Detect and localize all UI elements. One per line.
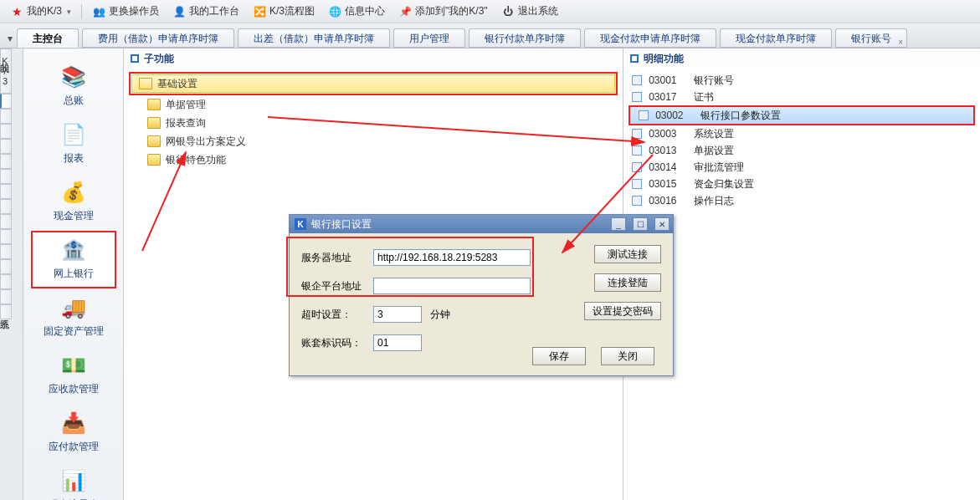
module-现金管理[interactable]: 💰现金管理 [32,174,115,230]
module-label: 总账 [64,94,84,108]
connect-login-button[interactable]: 连接登陆 [594,273,661,292]
tree-item-label: 银行特色功能 [166,153,226,167]
workbench-button[interactable]: 👤我的工作台 [167,3,244,20]
set-password-button[interactable]: 设置提交密码 [584,302,661,320]
vtab-集团合并[interactable]: 集团合并 [0,139,12,154]
star-icon: ★ [10,5,23,18]
vtab-人力资源[interactable]: 人力资源 [0,214,12,229]
tree-item-label: 单据管理 [166,98,206,112]
detail-item-label: 审批流管理 [694,161,744,175]
tab-现金付款单序时簿[interactable]: 现金付款单序时簿 [720,28,832,48]
detail-item-03016[interactable]: 03016操作日志 [623,192,980,209]
info-center-button[interactable]: 🌐信息中心 [323,3,390,20]
module-固定资产管理[interactable]: 🚚固定资产管理 [32,289,115,345]
add-to-myk3-button[interactable]: 📌添加到"我的K/3" [393,3,493,20]
vtab-精简管理[interactable]: 精简管理 [0,184,12,199]
account-id-input[interactable] [373,334,422,351]
vtab-系统[interactable]: 系统 [0,304,12,319]
detail-item-code: 03001 [649,74,687,86]
folder-icon [139,78,152,89]
module-报表[interactable]: 📄报表 [32,116,115,172]
detail-item-label: 操作日志 [694,194,734,208]
myk3-menu[interactable]: ★我的K/3▾ [5,3,76,20]
module-应收款管理[interactable]: 💵应收款管理 [32,347,115,403]
vtab-供应链[interactable]: 供应链 [0,154,12,169]
tree-item-网银导出方案定义[interactable]: 网银导出方案定义 [124,132,623,151]
save-button[interactable]: 保存 [532,347,586,365]
platform-address-input[interactable] [373,278,531,294]
vtab-财务会计[interactable]: 财务会计 [0,94,12,109]
module-icon: 📚 [60,64,87,90]
vtab-管理会计[interactable]: 管理会计 [0,109,12,124]
timeout-input[interactable] [373,306,422,323]
module-应付款管理[interactable]: 📥应付款管理 [32,405,115,461]
tab-出差（借款）申请单序时簿[interactable]: 出差（借款）申请单序时簿 [238,28,390,48]
module-总账[interactable]: 📚总账 [32,59,115,115]
detail-item-03015[interactable]: 03015资金归集设置 [623,176,980,192]
vtab-成本管理[interactable]: 成本管理 [0,169,12,184]
vtab-内控管理[interactable]: 内控管理 [0,259,12,274]
minimize-button[interactable]: _ [611,217,626,231]
tree-item-基础设置[interactable]: 基础设置 [131,74,615,93]
tab-主控台[interactable]: 主控台 [17,28,79,48]
vtab-企业绩效[interactable]: 企业绩效 [0,229,12,244]
item-icon [632,196,642,206]
tab-费用（借款）申请单序时簿[interactable]: 费用（借款）申请单序时簿 [82,28,234,48]
user-icon: 👤 [172,5,186,18]
server-address-input[interactable] [373,249,531,266]
dialog-titlebar[interactable]: K 银行接口设置 _ ☐ ✕ [290,215,673,233]
detail-item-label: 银行账号 [694,74,734,88]
module-icon: 🏦 [60,237,87,263]
module-icon: 💰 [60,179,87,206]
detail-item-label: 证书 [694,90,714,105]
tab-strip: ▾ 主控台费用（借款）申请单序时簿出差（借款）申请单序时簿用户管理银行付款单序时… [0,23,980,48]
detail-item-03014[interactable]: 03014审批流管理 [623,159,980,176]
globe-icon: 🌐 [328,5,341,18]
cube-icon [131,54,139,63]
flowchart-button[interactable]: 🔀K/3流程图 [248,3,320,20]
account-id-label: 账套标识码： [301,336,373,350]
subfunction-header: 子功能 [124,48,623,69]
module-sidebar: 📚总账📄报表💰现金管理🏦网上银行🚚固定资产管理💵应收款管理📥应付款管理📊现金流量… [23,48,124,500]
tree-item-银行特色功能[interactable]: 银行特色功能 [124,151,623,169]
item-icon [632,162,642,172]
test-connection-button[interactable]: 测试连接 [594,245,661,263]
close-dialog-button[interactable]: 关闭 [601,347,654,365]
detail-item-03013[interactable]: 03013单据设置 [623,142,980,159]
close-button[interactable]: ✕ [654,217,670,231]
module-网上银行[interactable]: 🏦网上银行 [32,232,115,288]
tab-银行付款单序时簿[interactable]: 银行付款单序时簿 [469,28,581,48]
tab-银行账号[interactable]: 银行账号× [835,28,907,48]
tree-item-单据管理[interactable]: 单据管理 [124,95,623,114]
vtab-资产管理[interactable]: 资产管理 [0,199,12,214]
detail-item-03002[interactable]: 03002银行接口参数设置 [630,107,973,124]
module-现金流量表[interactable]: 📊现金流量表 [32,462,115,500]
detail-item-label: 系统设置 [694,127,734,141]
vtab-商业智能[interactable]: 商业智能 [0,244,12,259]
detail-item-code: 03016 [649,195,687,207]
change-operator-button[interactable]: 👥更换操作员 [87,3,164,20]
detail-item-label: 银行接口参数设置 [700,109,781,123]
tab-scroll-left[interactable]: ▾ [3,29,17,48]
vtab-我的K/3[interactable]: 我的K/3 [0,48,12,94]
module-label: 报表 [64,151,84,166]
tree-item-label: 网银导出方案定义 [166,135,246,149]
detail-item-label: 单据设置 [694,144,734,158]
detail-item-code: 03015 [649,178,687,190]
separator [81,4,82,19]
vtab-计划[interactable]: 计划 [0,289,12,304]
tab-现金付款申请单序时簿[interactable]: 现金付款申请单序时簿 [584,28,716,48]
vtab-资薪管理[interactable]: 资薪管理 [0,124,12,139]
folder-icon [147,117,161,129]
vtab-电子商务[interactable]: 电子商务 [0,274,12,289]
maximize-button[interactable]: ☐ [633,217,648,231]
detail-item-03001[interactable]: 03001银行账号 [623,72,980,89]
detail-item-03017[interactable]: 03017证书 [623,89,980,105]
vertical-tabs: 我的K/3财务会计管理会计资薪管理集团合并供应链成本管理 精简管理资产管理人力资… [0,48,23,500]
tab-用户管理[interactable]: 用户管理 [393,28,465,48]
dialog-title: 银行接口设置 [311,217,372,232]
exit-button[interactable]: ⏻退出系统 [496,3,563,20]
flow-icon: 🔀 [253,5,266,18]
detail-item-03003[interactable]: 03003系统设置 [623,125,980,142]
tree-item-报表查询[interactable]: 报表查询 [124,114,623,132]
